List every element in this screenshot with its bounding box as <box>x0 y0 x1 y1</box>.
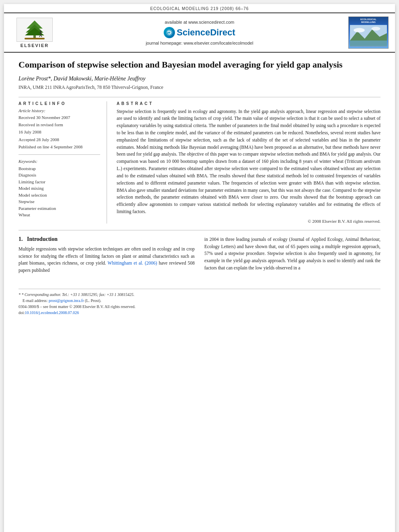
keyword-parameter-estimation: Parameter estimation <box>19 205 100 212</box>
footer-corresponding: * * Corresponding author. Tel.: +33 1 30… <box>19 292 134 297</box>
copyright-text: © 2008 Elsevier B.V. All rights reserved… <box>117 219 380 224</box>
footer-doi: doi:10.1016/j.ecolmodel.2008.07.026 <box>19 310 380 316</box>
svg-point-13 <box>354 28 365 33</box>
keyword-bootstrap: Bootstrap <box>19 165 100 172</box>
footer-doi-link[interactable]: 10.1016/j.ecolmodel.2008.07.026 <box>25 310 79 315</box>
info-section: A R T I C L E I N F O Article history: R… <box>19 101 380 224</box>
journal-cover: ECOLOGICAL MODELLING <box>348 16 389 49</box>
svg-rect-12 <box>350 41 387 46</box>
elsevier-svg <box>19 18 51 41</box>
abstract-label: A B S T R A C T <box>117 101 380 106</box>
journal-header-text: ECOLOGICAL MODELLING 219 (2008) 66–76 <box>150 6 249 11</box>
cover-title-line1: ECOLOGICAL <box>360 18 376 21</box>
sd-logo-svg <box>165 29 173 37</box>
page: ECOLOGICAL MODELLING 219 (2008) 66–76 <box>4 4 395 532</box>
keyword-wheat: Wheat <box>19 212 100 218</box>
section1-title: 1. Introduction <box>19 236 195 242</box>
banner: ELSEVIER available at www.sciencedirect.… <box>4 13 395 53</box>
journal-cover-image <box>350 25 387 47</box>
article-authors: Lorène Prost*, David Makowski, Marie-Hél… <box>19 76 380 82</box>
sd-text: ScienceDirect <box>177 27 235 38</box>
journal-cover-area: ECOLOGICAL MODELLING <box>340 16 389 49</box>
divider-keywords <box>19 154 100 155</box>
section1-heading: Introduction <box>27 236 58 242</box>
keyword-diagnosis: Diagnosis <box>19 172 100 179</box>
page-footer: * * Corresponding author. Tel.: +33 1 30… <box>19 289 380 316</box>
svg-point-5 <box>40 31 41 32</box>
footer-email-suffix: (L. Prost). <box>85 298 101 303</box>
elsevier-tree-icon <box>16 18 53 42</box>
body-divider <box>19 230 380 230</box>
revised-label: Received in revised form <box>19 122 100 128</box>
journal-header: ECOLOGICAL MODELLING 219 (2008) 66–76 <box>4 4 395 13</box>
keyword-stepwise: Stepwise <box>19 198 100 205</box>
footer-star-text: * Corresponding author. Tel.: +33 1 3081… <box>22 292 135 297</box>
article-info-left: A R T I C L E I N F O Article history: R… <box>19 101 107 224</box>
abstract-body: Stepwise selection is frequently used in… <box>117 109 380 214</box>
article-content: Comparison of stepwise selection and Bay… <box>4 53 395 281</box>
svg-point-14 <box>371 27 380 31</box>
footer-issn: 0304-3800/$ – see front matter © 2008 El… <box>19 304 380 310</box>
section1-col1-text: Multiple regressions with stepwise selec… <box>19 246 195 274</box>
article-info-right: A B S T R A C T Stepwise selection is fr… <box>117 101 380 224</box>
keywords-list: Bootstrap Diagnosis Limiting factor Mode… <box>19 165 100 218</box>
elsevier-logo-area: ELSEVIER <box>10 18 59 48</box>
published-date: Published on line 4 September 2008 <box>19 144 100 150</box>
keywords-label: Keywords: <box>19 159 100 164</box>
divider-1 <box>19 97 380 97</box>
accepted-date: Accepted 28 July 2008 <box>19 137 100 143</box>
banner-center: available at www.sciencedirect.com Scien… <box>59 20 340 45</box>
elsevier-logo: ELSEVIER <box>10 18 59 48</box>
footer-email-label: E-mail address: <box>23 298 47 303</box>
footer-email-line: E-mail address: prost@grignon.inra.fr (L… <box>19 298 380 304</box>
revised-date: 16 July 2008 <box>19 129 100 135</box>
article-affiliation: INRA, UMR 211 INRA AgroParisTech, 78 850… <box>19 84 380 90</box>
abstract-text: Stepwise selection is frequently used in… <box>117 108 380 216</box>
body-columns: 1. Introduction Multiple regressions wit… <box>19 236 380 274</box>
sd-icon <box>164 27 175 38</box>
journal-cover-title: ECOLOGICAL MODELLING <box>360 18 376 24</box>
history-label: Article history: <box>19 108 100 113</box>
journal-homepage-text: journal homepage: www.elsevier.com/locat… <box>59 41 340 45</box>
section1-col2-text: in 2004 in three leading journals of eco… <box>204 236 380 272</box>
cover-image-svg <box>350 25 387 47</box>
available-at-text: available at www.sciencedirect.com <box>59 20 340 25</box>
article-title: Comparison of stepwise selection and Bay… <box>19 59 380 71</box>
section1-number: 1. <box>19 236 23 242</box>
sciencedirect-logo: ScienceDirect <box>59 27 340 38</box>
keyword-model-mixing: Model mixing <box>19 185 100 192</box>
svg-rect-4 <box>25 38 45 39</box>
elsevier-label: ELSEVIER <box>21 43 49 48</box>
body-col-right: in 2004 in three leading journals of eco… <box>204 236 380 274</box>
article-info-label: A R T I C L E I N F O <box>19 101 100 106</box>
keyword-limiting-factor: Limiting factor <box>19 179 100 185</box>
keyword-model-selection: Model selection <box>19 192 100 199</box>
received-date: Received 30 November 2007 <box>19 115 100 121</box>
authors-text: Lorène Prost*, David Makowski, Marie-Hél… <box>19 76 146 82</box>
cover-title-line2: MODELLING <box>360 21 376 24</box>
whittingham-link[interactable]: Whittingham et al. (2006) <box>108 261 157 265</box>
footer-star-note: * * Corresponding author. Tel.: +33 1 30… <box>19 292 380 298</box>
footer-email-link[interactable]: prost@grignon.inra.fr <box>49 298 84 303</box>
body-col-left: 1. Introduction Multiple regressions wit… <box>19 236 195 274</box>
